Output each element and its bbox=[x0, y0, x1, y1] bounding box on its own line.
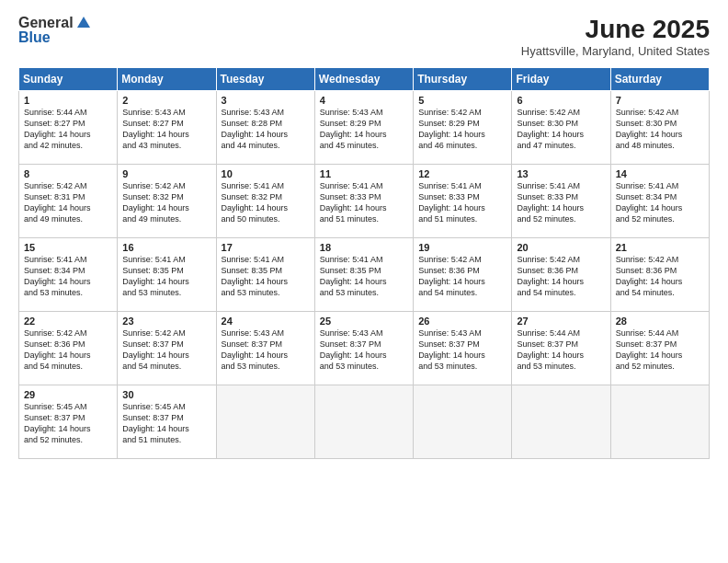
table-row: 28Sunrise: 5:44 AMSunset: 8:37 PMDayligh… bbox=[610, 312, 709, 385]
table-row: 18Sunrise: 5:41 AMSunset: 8:35 PMDayligh… bbox=[314, 238, 413, 312]
calendar-header-row: Sunday Monday Tuesday Wednesday Thursday… bbox=[19, 68, 710, 91]
table-row: 15Sunrise: 5:41 AMSunset: 8:34 PMDayligh… bbox=[19, 238, 118, 312]
table-row: 21Sunrise: 5:42 AMSunset: 8:36 PMDayligh… bbox=[610, 238, 709, 312]
table-row: 29Sunrise: 5:45 AMSunset: 8:37 PMDayligh… bbox=[19, 385, 118, 459]
col-thursday: Thursday bbox=[414, 68, 512, 91]
col-sunday: Sunday bbox=[19, 68, 118, 91]
table-row: 3Sunrise: 5:43 AMSunset: 8:28 PMDaylight… bbox=[216, 91, 314, 165]
table-row: 27Sunrise: 5:44 AMSunset: 8:37 PMDayligh… bbox=[512, 312, 610, 385]
table-row: 6Sunrise: 5:42 AMSunset: 8:30 PMDaylight… bbox=[512, 91, 610, 165]
calendar-table: Sunday Monday Tuesday Wednesday Thursday… bbox=[18, 67, 710, 459]
col-tuesday: Tuesday bbox=[216, 68, 314, 91]
table-row bbox=[512, 385, 610, 459]
svg-marker-0 bbox=[77, 17, 90, 28]
table-row: 10Sunrise: 5:41 AMSunset: 8:32 PMDayligh… bbox=[216, 165, 314, 238]
header: General Blue June 2025 Hyattsville, Mary… bbox=[18, 15, 710, 58]
col-monday: Monday bbox=[118, 68, 216, 91]
logo-icon bbox=[75, 15, 92, 31]
table-row: 25Sunrise: 5:43 AMSunset: 8:37 PMDayligh… bbox=[314, 312, 413, 385]
table-row: 30Sunrise: 5:45 AMSunset: 8:37 PMDayligh… bbox=[118, 385, 216, 459]
table-row: 17Sunrise: 5:41 AMSunset: 8:35 PMDayligh… bbox=[216, 238, 314, 312]
table-row: 2Sunrise: 5:43 AMSunset: 8:27 PMDaylight… bbox=[118, 91, 216, 165]
table-row: 7Sunrise: 5:42 AMSunset: 8:30 PMDaylight… bbox=[610, 91, 709, 165]
page: General Blue June 2025 Hyattsville, Mary… bbox=[0, 0, 728, 563]
col-wednesday: Wednesday bbox=[314, 68, 413, 91]
table-row: 13Sunrise: 5:41 AMSunset: 8:33 PMDayligh… bbox=[512, 165, 610, 238]
table-row: 22Sunrise: 5:42 AMSunset: 8:36 PMDayligh… bbox=[19, 312, 118, 385]
table-row: 23Sunrise: 5:42 AMSunset: 8:37 PMDayligh… bbox=[118, 312, 216, 385]
table-row: 16Sunrise: 5:41 AMSunset: 8:35 PMDayligh… bbox=[118, 238, 216, 312]
table-row bbox=[414, 385, 512, 459]
col-saturday: Saturday bbox=[610, 68, 709, 91]
table-row: 20Sunrise: 5:42 AMSunset: 8:36 PMDayligh… bbox=[512, 238, 610, 312]
table-row: 11Sunrise: 5:41 AMSunset: 8:33 PMDayligh… bbox=[314, 165, 413, 238]
logo-blue-text: Blue bbox=[18, 29, 51, 46]
table-row: 14Sunrise: 5:41 AMSunset: 8:34 PMDayligh… bbox=[610, 165, 709, 238]
table-row bbox=[314, 385, 413, 459]
title-block: June 2025 Hyattsville, Maryland, United … bbox=[521, 15, 710, 58]
table-row: 12Sunrise: 5:41 AMSunset: 8:33 PMDayligh… bbox=[414, 165, 512, 238]
location: Hyattsville, Maryland, United States bbox=[521, 44, 710, 58]
table-row: 24Sunrise: 5:43 AMSunset: 8:37 PMDayligh… bbox=[216, 312, 314, 385]
table-row: 19Sunrise: 5:42 AMSunset: 8:36 PMDayligh… bbox=[414, 238, 512, 312]
table-row bbox=[610, 385, 709, 459]
month-title: June 2025 bbox=[521, 15, 710, 44]
table-row: 1Sunrise: 5:44 AMSunset: 8:27 PMDaylight… bbox=[19, 91, 118, 165]
table-row: 8Sunrise: 5:42 AMSunset: 8:31 PMDaylight… bbox=[19, 165, 118, 238]
table-row: 26Sunrise: 5:43 AMSunset: 8:37 PMDayligh… bbox=[414, 312, 512, 385]
logo: General Blue bbox=[18, 15, 92, 46]
table-row: 5Sunrise: 5:42 AMSunset: 8:29 PMDaylight… bbox=[414, 91, 512, 165]
col-friday: Friday bbox=[512, 68, 610, 91]
table-row: 4Sunrise: 5:43 AMSunset: 8:29 PMDaylight… bbox=[314, 91, 413, 165]
table-row bbox=[216, 385, 314, 459]
table-row: 9Sunrise: 5:42 AMSunset: 8:32 PMDaylight… bbox=[118, 165, 216, 238]
